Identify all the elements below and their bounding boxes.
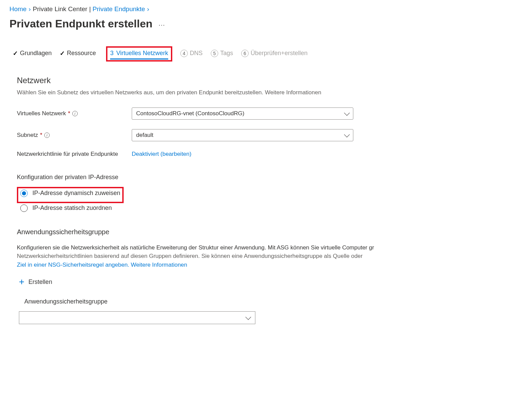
plus-icon: + (19, 277, 24, 287)
breadcrumb: Home › Private Link Center | Private End… (9, 5, 523, 13)
chevron-down-icon (344, 131, 350, 137)
section-netzwerk: Netzwerk Wählen Sie ein Subnetz des virt… (17, 76, 523, 324)
vnet-dropdown[interactable]: ContosoCloudRG-vnet (ContosoCloudRG) (132, 107, 353, 120)
radio-unselected-icon (20, 204, 28, 212)
chevron-right-icon: › (147, 5, 149, 13)
chevron-down-icon (246, 314, 251, 320)
asg-column-header: Anwendungssicherheitsgruppe (24, 298, 523, 305)
tab-dns[interactable]: 4 DNS (180, 50, 203, 58)
chevron-right-icon: › (29, 5, 31, 13)
tab-ressource[interactable]: ✓ Ressource (60, 50, 96, 58)
wizard-tabs: ✓ Grundlagen ✓ Ressource 3 Virtuelles Ne… (13, 46, 523, 62)
policy-label: Netzwerkrichtlinie für private Endpunkte (17, 151, 132, 157)
netzwerk-desc: Wählen Sie ein Subnetz des virtuellen Ne… (17, 89, 523, 97)
netzwerk-heading: Netzwerk (17, 76, 523, 85)
tab-ueberpruefen[interactable]: 6 Überprüfen+erstellen (241, 50, 308, 58)
check-icon: ✓ (60, 50, 65, 57)
chevron-down-icon (344, 110, 350, 116)
asg-more-info-link[interactable]: Ziel in einer NSG-Sicherheitsregel angeb… (17, 261, 523, 269)
subnet-label: Subnetz * i (17, 132, 132, 139)
step-number-icon: 5 (211, 50, 218, 57)
vnet-label: Virtuelles Netzwerk* i (17, 110, 132, 117)
page-title: Privaten Endpunkt erstellen (9, 18, 152, 30)
tab-grundlagen[interactable]: ✓ Grundlagen (13, 50, 52, 58)
create-asg-button[interactable]: + Erstellen (19, 277, 523, 287)
step-number-icon: 6 (241, 50, 249, 57)
policy-edit-link[interactable]: Deaktiviert (bearbeiten) (132, 151, 192, 157)
section-asg: Anwendungssicherheitsgruppe Konfiguriere… (17, 228, 523, 324)
radio-selected-icon (20, 190, 28, 197)
tab-virtuelles-netzwerk[interactable]: 3 Virtuelles Netzwerk (110, 50, 168, 58)
asg-dropdown[interactable] (19, 311, 255, 324)
highlight-box: 3 Virtuelles Netzwerk (106, 46, 172, 62)
highlight-box: IP-Adresse dynamisch zuweisen (17, 187, 124, 203)
more-actions-icon[interactable]: ··· (158, 21, 165, 29)
radio-dynamic[interactable]: IP-Adresse dynamisch zuweisen (20, 190, 120, 197)
breadcrumb-plc[interactable]: Private Link Center | Private Endpunkte (33, 5, 145, 13)
info-icon[interactable]: i (72, 111, 78, 116)
ipconfig-heading: Konfiguration der privaten IP-Adresse (17, 174, 523, 181)
asg-heading: Anwendungssicherheitsgruppe (17, 228, 523, 236)
tab-tags[interactable]: 5 Tags (211, 50, 233, 58)
info-icon[interactable]: i (44, 132, 50, 138)
subnet-dropdown[interactable]: default (132, 129, 353, 141)
asg-desc: Konfigurieren sie die Netzwerksicherheit… (17, 243, 523, 269)
check-icon: ✓ (13, 50, 18, 57)
breadcrumb-home[interactable]: Home (9, 5, 27, 13)
step-number-icon: 4 (180, 50, 188, 57)
radio-static[interactable]: IP-Adresse statisch zuordnen (20, 204, 523, 212)
